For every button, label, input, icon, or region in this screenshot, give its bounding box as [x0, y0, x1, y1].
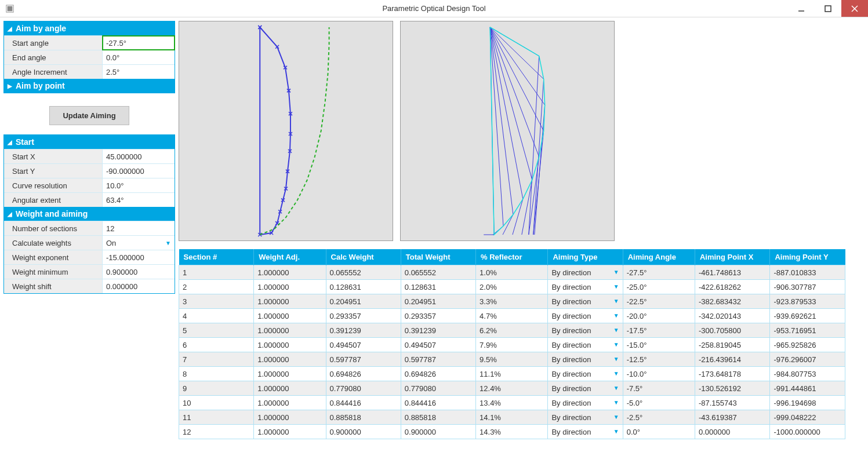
- weight-minimum-input[interactable]: 0.900000: [103, 265, 175, 279]
- close-button[interactable]: [841, 0, 868, 17]
- start-x-input[interactable]: 45.000000: [103, 150, 175, 163]
- start-header[interactable]: ◢ Start: [4, 135, 175, 149]
- cell-total-weight: 0.204951: [401, 294, 475, 309]
- cell-aiming-point-x: -300.705800: [695, 323, 769, 338]
- cell-aiming-type[interactable]: By direction▼: [548, 425, 623, 439]
- start-y-label: Start Y: [4, 164, 103, 178]
- svg-line-46: [490, 27, 532, 180]
- header-aiming-point-x[interactable]: Aiming Point X: [695, 249, 769, 265]
- cell-aiming-type[interactable]: By direction▼: [548, 309, 623, 323]
- cell-aiming-angle[interactable]: -2.5°: [623, 410, 695, 425]
- weight-aiming-header[interactable]: ◢ Weight and aiming: [4, 207, 175, 221]
- cell-aiming-type[interactable]: By direction▼: [548, 338, 623, 352]
- cell-aiming-type[interactable]: By direction▼: [548, 410, 623, 425]
- cell-aiming-angle[interactable]: -12.5°: [623, 352, 695, 367]
- cell-aiming-type[interactable]: By direction▼: [548, 265, 623, 280]
- weight-shift-input[interactable]: 0.000000: [103, 279, 175, 293]
- cell-aiming-angle[interactable]: -7.5°: [623, 381, 695, 396]
- cell-aiming-angle[interactable]: -5.0°: [623, 396, 695, 410]
- num-sections-label: Number of sections: [4, 221, 103, 235]
- header-pct-reflector[interactable]: % Reflector: [476, 249, 548, 265]
- section-title: Start: [16, 137, 34, 147]
- calc-weights-label: Calculate weights: [4, 236, 103, 250]
- cell-weight-adj[interactable]: 1.000000: [254, 381, 326, 396]
- calc-weights-select[interactable]: On ▼: [103, 236, 175, 250]
- cell-pct-reflector: 14.3%: [476, 425, 548, 439]
- cell-weight-adj[interactable]: 1.000000: [254, 323, 326, 338]
- start-angle-label: Start angle: [4, 36, 103, 50]
- cell-weight-adj[interactable]: 1.000000: [254, 425, 326, 439]
- aim-by-point-header[interactable]: ▶ Aim by point: [4, 79, 175, 93]
- cell-aiming-point-y: -887.010833: [770, 265, 845, 280]
- sections-table: Section # Weight Adj. Calc Weight Total …: [179, 249, 845, 439]
- cell-section: 7: [179, 352, 254, 367]
- cell-section: 12: [179, 425, 254, 439]
- minimize-button[interactable]: [788, 0, 815, 17]
- header-weight-adj[interactable]: Weight Adj.: [254, 249, 326, 265]
- header-total-weight[interactable]: Total Weight: [401, 249, 475, 265]
- angular-extent-input[interactable]: 63.4°: [103, 193, 175, 207]
- cell-aiming-point-x: -422.618262: [695, 280, 769, 294]
- cell-aiming-point-x: -382.683432: [695, 294, 769, 309]
- cell-weight-adj[interactable]: 1.000000: [254, 396, 326, 410]
- curve-resolution-input[interactable]: 10.0°: [103, 178, 175, 192]
- aim-by-angle-header[interactable]: ◢ Aim by angle: [4, 21, 175, 35]
- update-aiming-button[interactable]: Update Aiming: [49, 106, 129, 125]
- cell-aiming-point-y: -999.048222: [770, 410, 845, 425]
- angle-increment-input[interactable]: 2.5°: [103, 65, 175, 79]
- cell-aiming-angle[interactable]: -27.5°: [623, 265, 695, 280]
- aim-by-angle-panel: ◢ Aim by angle Start angle -27.5° End an…: [3, 21, 175, 93]
- cell-pct-reflector: 11.1%: [476, 367, 548, 381]
- cell-aiming-angle[interactable]: -15.0°: [623, 338, 695, 352]
- cell-aiming-type[interactable]: By direction▼: [548, 294, 623, 309]
- cell-total-weight: 0.597787: [401, 352, 475, 367]
- window-titlebar: Parametric Optical Design Tool: [0, 0, 868, 17]
- cell-weight-adj[interactable]: 1.000000: [254, 410, 326, 425]
- cell-aiming-point-y: -1000.000000: [770, 425, 845, 439]
- cell-pct-reflector: 4.7%: [476, 309, 548, 323]
- cell-total-weight: 0.128631: [401, 280, 475, 294]
- cell-aiming-type[interactable]: By direction▼: [548, 280, 623, 294]
- cell-aiming-point-y: -996.194698: [770, 396, 845, 410]
- header-section[interactable]: Section #: [179, 249, 254, 265]
- cell-weight-adj[interactable]: 1.000000: [254, 367, 326, 381]
- cell-calc-weight: 0.597787: [326, 352, 401, 367]
- cell-aiming-type[interactable]: By direction▼: [548, 381, 623, 396]
- cell-weight-adj[interactable]: 1.000000: [254, 294, 326, 309]
- dropdown-icon: ▼: [613, 341, 619, 348]
- cell-aiming-angle[interactable]: -17.5°: [623, 323, 695, 338]
- cell-weight-adj[interactable]: 1.000000: [254, 280, 326, 294]
- cell-aiming-angle[interactable]: -25.0°: [623, 280, 695, 294]
- num-sections-input[interactable]: 12: [103, 221, 175, 235]
- cell-weight-adj[interactable]: 1.000000: [254, 265, 326, 280]
- cell-total-weight: 0.885818: [401, 410, 475, 425]
- cell-aiming-type[interactable]: By direction▼: [548, 323, 623, 338]
- cell-weight-adj[interactable]: 1.000000: [254, 338, 326, 352]
- cell-aiming-point-x: 0.000000: [695, 425, 769, 439]
- reflector-profile-chart[interactable]: [179, 21, 393, 241]
- cell-aiming-type[interactable]: By direction▼: [548, 352, 623, 367]
- header-aiming-point-y[interactable]: Aiming Point Y: [770, 249, 845, 265]
- cell-weight-adj[interactable]: 1.000000: [254, 352, 326, 367]
- start-y-input[interactable]: -90.000000: [103, 164, 175, 178]
- weight-exponent-input[interactable]: -15.000000: [103, 250, 175, 264]
- cell-aiming-type[interactable]: By direction▼: [548, 367, 623, 381]
- cell-aiming-angle[interactable]: -22.5°: [623, 294, 695, 309]
- end-angle-input[interactable]: 0.0°: [103, 50, 175, 64]
- window-title: Parametric Optical Design Tool: [382, 4, 485, 13]
- start-angle-input[interactable]: -27.5°: [103, 36, 175, 50]
- header-aiming-angle[interactable]: Aiming Angle: [623, 249, 695, 265]
- cell-aiming-angle[interactable]: 0.0°: [623, 425, 695, 439]
- svg-line-38: [490, 27, 543, 79]
- maximize-button[interactable]: [815, 0, 841, 17]
- header-calc-weight[interactable]: Calc Weight: [326, 249, 401, 265]
- cell-weight-adj[interactable]: 1.000000: [254, 309, 326, 323]
- cell-aiming-type[interactable]: By direction▼: [548, 396, 623, 410]
- header-aiming-type[interactable]: Aiming Type: [548, 249, 623, 265]
- cell-aiming-angle[interactable]: -10.0°: [623, 367, 695, 381]
- cell-calc-weight: 0.293357: [326, 309, 401, 323]
- cell-aiming-angle[interactable]: -20.0°: [623, 309, 695, 323]
- svg-line-49: [513, 199, 523, 235]
- dropdown-icon: ▼: [613, 269, 619, 275]
- ray-trace-chart[interactable]: [400, 21, 615, 241]
